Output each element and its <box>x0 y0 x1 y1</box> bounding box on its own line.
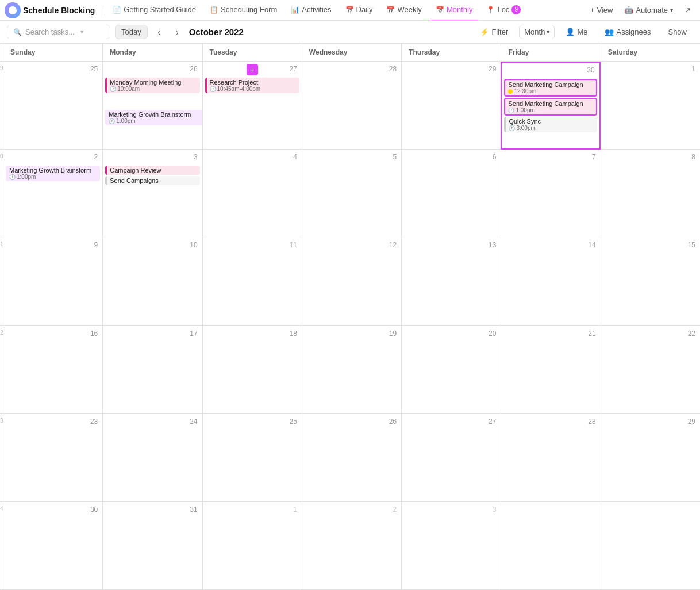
month-title: October 2022 <box>189 27 244 37</box>
search-box[interactable]: 🔍 Search tasks... ▾ <box>7 25 110 39</box>
add-event-button-oct27[interactable]: + <box>247 64 258 75</box>
dropdown-chevron-icon: ▾ <box>547 29 549 35</box>
search-input[interactable]: Search tasks... <box>25 28 75 36</box>
nav-divider-1 <box>103 5 103 16</box>
event-send-marketing-1[interactable]: Send Marketing Campaign 12:30pm <box>504 79 597 97</box>
cell-oct29b[interactable]: 29 <box>601 414 700 502</box>
search-dropdown-icon[interactable]: ▾ <box>80 29 83 35</box>
tab-getting-started[interactable]: 📄 Getting Started Guide <box>107 0 202 21</box>
cell-oct7[interactable]: 7 <box>501 150 600 237</box>
cell-oct18[interactable]: 18 <box>202 326 302 414</box>
event-quick-sync[interactable]: Quick Sync 🕐 3:00pm <box>504 117 597 132</box>
date-oct26: 26 <box>190 65 197 73</box>
cell-oct9[interactable]: 9 <box>3 237 102 325</box>
filter-button[interactable]: ⚡ Filter <box>474 25 514 39</box>
tab-monthly[interactable]: 📅 Monthly <box>430 0 479 21</box>
cell-oct5[interactable]: 5 <box>302 150 401 237</box>
clock-icon-6: 🕐 <box>9 174 16 180</box>
cell-oct2[interactable]: 2 Marketing Growth Brainstorm 🕐 1:00pm <box>3 150 102 237</box>
cell-nov4[interactable] <box>501 502 600 590</box>
cell-oct20[interactable]: 20 <box>401 326 501 414</box>
cell-nov5[interactable] <box>601 502 700 590</box>
today-button[interactable]: Today <box>115 25 148 39</box>
week-row-6: 4 30 31 1 2 3 <box>0 502 700 590</box>
cell-oct8[interactable]: 8 <box>601 150 700 237</box>
tab-scheduling-form[interactable]: 📋 Scheduling Form <box>204 0 283 21</box>
cell-oct25[interactable]: 25 <box>202 414 302 502</box>
cell-oct11[interactable]: 11 <box>202 237 302 325</box>
cell-oct28[interactable]: 28 <box>302 62 401 150</box>
calendar-rows: 9 25 26 Monday Morning Meeting 🕐 10:00am <box>0 62 700 590</box>
cell-oct15[interactable]: 15 <box>601 237 700 325</box>
cell-oct13[interactable]: 13 <box>401 237 501 325</box>
cell-oct10[interactable]: 10 <box>102 237 202 325</box>
day-headers: Sunday Monday Tuesday Wednesday Thursday… <box>0 44 700 62</box>
next-month-button[interactable]: › <box>171 25 184 39</box>
chevron-down-icon: ▾ <box>670 7 673 13</box>
cell-oct1[interactable]: 1 <box>601 62 700 150</box>
tab-daily[interactable]: 📅 Daily <box>340 0 379 21</box>
date-oct1: 1 <box>691 65 695 73</box>
cell-oct21[interactable]: 21 <box>501 326 600 414</box>
automate-icon: 🤖 <box>624 6 633 14</box>
week-row-2: 0 2 Marketing Growth Brainstorm 🕐 1:00pm <box>0 150 700 237</box>
header-friday: Friday <box>501 44 600 61</box>
view-action[interactable]: + View <box>586 3 618 17</box>
cell-oct24[interactable]: 24 <box>102 414 202 502</box>
event-monday-morning-meeting[interactable]: Monday Morning Meeting 🕐 10:00am <box>105 78 199 93</box>
date-oct6: 6 <box>493 153 497 161</box>
cell-oct28b[interactable]: 28 <box>501 414 600 502</box>
automate-action[interactable]: 🤖 Automate ▾ <box>620 3 678 17</box>
header-sunday: Sunday <box>3 44 102 61</box>
cell-oct12[interactable]: 12 <box>302 237 401 325</box>
cell-oct31[interactable]: 31 <box>102 502 202 590</box>
activities-icon: 📊 <box>291 6 299 14</box>
date-oct2: 2 <box>94 153 98 161</box>
cell-sep25[interactable]: 25 <box>3 62 102 150</box>
event-marketing-brainstorm-week2[interactable]: Marketing Growth Brainstorm 🕐 1:00pm <box>6 166 100 181</box>
cell-oct17[interactable]: 17 <box>102 326 202 414</box>
cell-oct27b[interactable]: 27 <box>401 414 501 502</box>
clock-icon-4: 🕐 <box>508 108 514 113</box>
cell-oct22[interactable]: 22 <box>601 326 700 414</box>
clock-icon-5: 🕐 <box>509 125 515 131</box>
cell-oct14[interactable]: 14 <box>501 237 600 325</box>
date-oct28: 28 <box>389 65 397 73</box>
tab-weekly[interactable]: 📅 Weekly <box>380 0 427 21</box>
cell-oct27[interactable]: 27 + Research Project 🕐 10:45am-4:00pm <box>202 62 302 150</box>
cell-oct23[interactable]: 23 <box>3 414 102 502</box>
event-research-project[interactable]: Research Project 🕐 10:45am-4:00pm <box>205 78 299 93</box>
app-logo <box>5 2 21 18</box>
cell-nov2[interactable]: 2 <box>302 502 401 590</box>
share-action[interactable]: ↗ <box>680 3 695 17</box>
me-button[interactable]: 👤 Me <box>559 25 594 39</box>
cell-oct4[interactable]: 4 <box>202 150 302 237</box>
prev-month-button[interactable]: ‹ <box>152 25 166 39</box>
event-marketing-growth-brainstorm[interactable]: Marketing Growth Brainstorm 🕐 1:00pm <box>105 110 202 125</box>
cell-oct30[interactable]: 30 Send Marketing Campaign 12:30pm Send … <box>501 62 600 150</box>
month-dropdown[interactable]: Month ▾ <box>519 25 555 39</box>
cell-oct16[interactable]: 16 <box>3 326 102 414</box>
cell-oct29[interactable]: 29 <box>401 62 501 150</box>
event-send-marketing-2[interactable]: Send Marketing Campaign 🕐 1:00pm <box>504 98 597 116</box>
tab-activities[interactable]: 📊 Activities <box>285 0 337 21</box>
cell-nov1[interactable]: 1 <box>202 502 302 590</box>
weekly-icon: 📅 <box>386 6 395 14</box>
week-row-5: 3 23 24 25 26 27 28 29 <box>0 414 700 502</box>
cell-oct30b[interactable]: 30 <box>3 502 102 590</box>
cell-oct6[interactable]: 6 <box>401 150 501 237</box>
calendar: Sunday Monday Tuesday Wednesday Thursday… <box>0 44 700 590</box>
event-send-campaigns[interactable]: Send Campaigns <box>105 176 199 185</box>
event-campaign-review[interactable]: Campaign Review <box>105 166 199 175</box>
show-button[interactable]: Show <box>661 25 693 39</box>
cell-nov3[interactable]: 3 <box>401 502 501 590</box>
assignees-button[interactable]: 👥 Assignees <box>598 25 657 39</box>
cell-oct3[interactable]: 3 Campaign Review Send Campaigns <box>102 150 202 237</box>
cell-oct26[interactable]: 26 Monday Morning Meeting 🕐 10:00am Mark… <box>102 62 202 150</box>
tab-loc[interactable]: 📍 Loc 9 <box>480 0 526 21</box>
top-nav: Schedule Blocking 📄 Getting Started Guid… <box>0 0 700 21</box>
week-row-4: 2 16 17 18 19 20 21 22 <box>0 326 700 414</box>
cell-oct19[interactable]: 19 <box>302 326 401 414</box>
cell-oct26b[interactable]: 26 <box>302 414 401 502</box>
share-icon: ↗ <box>684 6 691 14</box>
